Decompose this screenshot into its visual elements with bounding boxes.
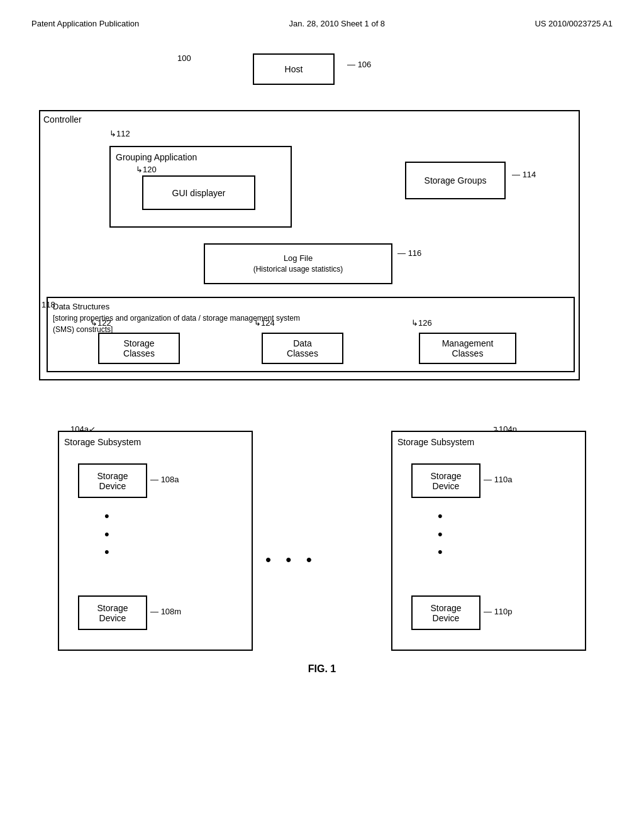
mgmt-classes-box: Management Classes (419, 333, 516, 364)
grouping-app-box: Grouping Application ↳120 GUI displayer (109, 146, 292, 228)
device-right-top-box: Storage Device (411, 463, 480, 498)
ref-106: — 106 (347, 60, 371, 69)
ref-126: ↳126 (411, 318, 432, 328)
ref-116: — 116 (397, 248, 421, 258)
data-classes-box: Data Classes (262, 333, 343, 364)
ref-120: ↳120 (136, 165, 157, 174)
storage-classes-label: Storage Classes (123, 338, 155, 358)
gui-displayer-box: GUI displayer (142, 175, 255, 210)
host-box: Host (253, 53, 335, 85)
gui-displayer-label: GUI displayer (172, 188, 226, 198)
device-left-top-label: Storage Device (97, 471, 128, 491)
device-right-bottom-box: Storage Device (411, 595, 480, 630)
header-center: Jan. 28, 2010 Sheet 1 of 8 (289, 19, 386, 28)
subsystem-left-label: Storage Subsystem (64, 437, 141, 447)
host-label: Host (285, 64, 303, 74)
device-left-bottom-label: Storage Device (97, 603, 128, 623)
header-right: US 2010/0023725 A1 (535, 19, 613, 28)
log-file-sublabel: (Historical usage statistics) (253, 264, 343, 275)
controller-label: Controller (43, 114, 82, 124)
device-left-bottom-box: Storage Device (78, 595, 147, 630)
mgmt-classes-label: Management Classes (442, 338, 494, 358)
ref-108m: — 108m (150, 607, 181, 616)
storage-groups-box: Storage Groups (405, 162, 506, 199)
ref-108a: — 108a (150, 475, 179, 484)
dots-left: • • • (104, 507, 111, 562)
page-header: Patent Application Publication Jan. 28, … (13, 13, 631, 35)
ref-122: ↳122 (91, 318, 111, 328)
header-left: Patent Application Publication (31, 19, 139, 28)
subsystem-right-box: Storage Subsystem Storage Device — 110a … (391, 431, 586, 651)
log-file-label: Log File (284, 253, 313, 264)
ref-112: ↳112 (109, 129, 130, 138)
storage-classes-box: Storage Classes (98, 333, 180, 364)
dots-right: • • • (438, 507, 444, 562)
log-file-box: Log File (Historical usage statistics) (204, 243, 392, 284)
device-right-top-label: Storage Device (430, 471, 461, 491)
ref-114: — 114 (512, 170, 536, 179)
page: Patent Application Publication Jan. 28, … (0, 0, 644, 830)
ref-100: 100 (177, 53, 191, 63)
data-structures-box: Data Structures [storing properties and … (47, 297, 575, 372)
ref-110p: — 110p (484, 607, 513, 616)
device-right-bottom-label: Storage Device (430, 603, 461, 623)
ref-124: ↳124 (254, 318, 275, 328)
fig-label: FIG. 1 (39, 663, 605, 675)
device-left-top-box: Storage Device (78, 463, 147, 498)
ref-110a: — 110a (484, 475, 513, 484)
dots-center: • • • (265, 550, 317, 570)
grouping-app-label: Grouping Application (116, 152, 197, 162)
storage-groups-label: Storage Groups (425, 175, 487, 185)
data-classes-label: Data Classes (287, 338, 318, 358)
subsystem-left-box: Storage Subsystem Storage Device — 108a … (58, 431, 253, 651)
subsystem-right-label: Storage Subsystem (397, 437, 474, 447)
controller-box: Controller ↳112 Grouping Application ↳12… (39, 110, 580, 380)
